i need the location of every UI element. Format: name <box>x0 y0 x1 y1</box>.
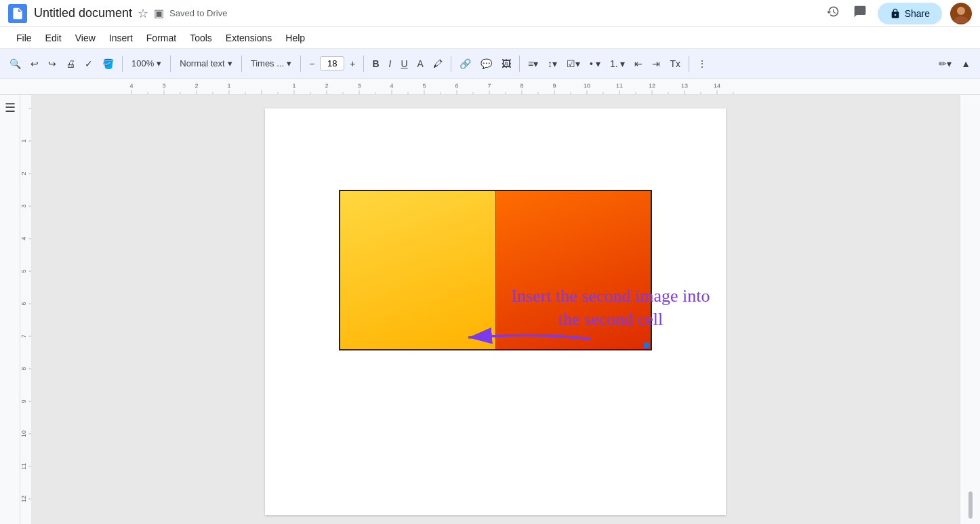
separator-2 <box>170 56 171 72</box>
search-button[interactable]: 🔍 <box>5 56 25 72</box>
table-cell-1[interactable] <box>340 190 495 350</box>
separator-5 <box>363 56 364 72</box>
save-status: Saved to Drive <box>169 8 227 18</box>
menu-extensions[interactable]: Extensions <box>220 30 277 46</box>
redo-button[interactable]: ↪ <box>44 56 60 72</box>
menu-help[interactable]: Help <box>280 30 310 46</box>
underline-button[interactable]: U <box>396 56 411 72</box>
separator-6 <box>451 56 451 72</box>
share-button[interactable]: Share <box>878 3 942 24</box>
scrollbar-thumb[interactable] <box>968 491 973 519</box>
title-area: Untitled document ☆ ▣ Saved to Drive <box>34 6 817 21</box>
clear-format-button[interactable]: Tx <box>666 56 685 72</box>
main-area: ☰ <box>0 95 980 524</box>
indent-increase-button[interactable]: ⇥ <box>648 56 664 72</box>
font-value: Times ... <box>251 58 284 68</box>
more-options-button[interactable]: ⋮ <box>693 56 711 72</box>
style-value: Normal text <box>180 58 224 68</box>
numbered-list-button[interactable]: 1. ▾ <box>606 56 630 72</box>
collapse-button[interactable]: ▲ <box>957 56 975 72</box>
vertical-ruler <box>20 95 31 524</box>
separator-8 <box>689 56 689 72</box>
separator-1 <box>122 56 123 72</box>
undo-button[interactable]: ↩ <box>26 56 43 72</box>
style-chevron-icon: ▾ <box>228 58 232 68</box>
history-icon[interactable] <box>823 2 842 24</box>
menu-format[interactable]: Format <box>141 30 182 46</box>
toolbar: 🔍 ↩ ↪ 🖨 ✓ 🪣 100% ▾ Normal text ▾ Times .… <box>0 49 980 79</box>
horizontal-ruler <box>0 79 980 95</box>
zoom-select[interactable]: 100% ▾ <box>127 55 166 72</box>
right-panel <box>960 95 980 524</box>
spellcheck-button[interactable]: ✓ <box>81 56 97 72</box>
checklist-button[interactable]: ☑▾ <box>563 56 584 72</box>
header-right: Share <box>823 2 972 24</box>
folder-icon[interactable]: ▣ <box>154 7 164 20</box>
outline-icon[interactable]: ☰ <box>5 100 16 115</box>
pen-tool-button[interactable]: ✏▾ <box>935 56 956 72</box>
highlight-button[interactable]: 🖍 <box>429 56 447 72</box>
font-select[interactable]: Times ... ▾ <box>246 55 296 72</box>
comment-icon[interactable] <box>851 2 870 24</box>
separator-4 <box>300 56 301 72</box>
comment-button[interactable]: 💬 <box>476 56 496 72</box>
menu-tools[interactable]: Tools <box>184 30 218 46</box>
align-button[interactable]: ≡▾ <box>524 56 542 72</box>
menu-insert[interactable]: Insert <box>104 30 138 46</box>
font-chevron-icon: ▾ <box>287 58 291 68</box>
svg-point-0 <box>957 7 965 15</box>
title-bar: Untitled document ☆ ▣ Saved to Drive Sha… <box>0 0 980 27</box>
table-cell-2[interactable] <box>495 190 651 350</box>
paint-format-button[interactable]: 🪣 <box>98 56 118 72</box>
left-panel: ☰ <box>0 95 20 524</box>
indent-decrease-button[interactable]: ⇤ <box>630 56 647 72</box>
menu-file[interactable]: File <box>11 30 37 46</box>
font-size-increase-button[interactable]: + <box>346 56 359 72</box>
share-label: Share <box>905 8 930 19</box>
separator-7 <box>519 56 520 72</box>
font-size-input[interactable]: 18 <box>320 56 344 70</box>
link-button[interactable]: 🔗 <box>455 56 475 72</box>
menu-bar: File Edit View Insert Format Tools Exten… <box>0 27 980 49</box>
cell-selection-handle <box>644 342 649 348</box>
font-size-decrease-button[interactable]: − <box>305 56 319 72</box>
svg-point-1 <box>954 16 968 23</box>
document-title[interactable]: Untitled document <box>34 6 132 20</box>
italic-button[interactable]: I <box>385 56 396 72</box>
docs-logo-icon <box>8 4 27 23</box>
title-icons: ☆ ▣ Saved to Drive <box>138 6 227 21</box>
zoom-value: 100% <box>131 58 154 68</box>
line-spacing-button[interactable]: ↕▾ <box>544 56 561 72</box>
style-select[interactable]: Normal text ▾ <box>175 55 237 72</box>
zoom-chevron-icon: ▾ <box>157 58 161 68</box>
yellow-image <box>340 191 495 349</box>
image-button[interactable]: 🖼 <box>497 56 515 72</box>
print-button[interactable]: 🖨 <box>62 56 79 72</box>
menu-view[interactable]: View <box>70 30 101 46</box>
font-color-button[interactable]: A <box>413 56 428 72</box>
menu-edit[interactable]: Edit <box>40 30 67 46</box>
content-table <box>339 190 652 350</box>
bullet-list-button[interactable]: • ▾ <box>586 56 605 72</box>
user-avatar[interactable] <box>950 3 972 24</box>
document-page: Insert the second image into the second … <box>265 108 726 515</box>
star-icon[interactable]: ☆ <box>138 6 148 21</box>
bold-button[interactable]: B <box>368 56 383 72</box>
orange-image <box>496 191 651 349</box>
document-area[interactable]: Insert the second image into the second … <box>31 95 960 524</box>
separator-3 <box>241 56 242 72</box>
